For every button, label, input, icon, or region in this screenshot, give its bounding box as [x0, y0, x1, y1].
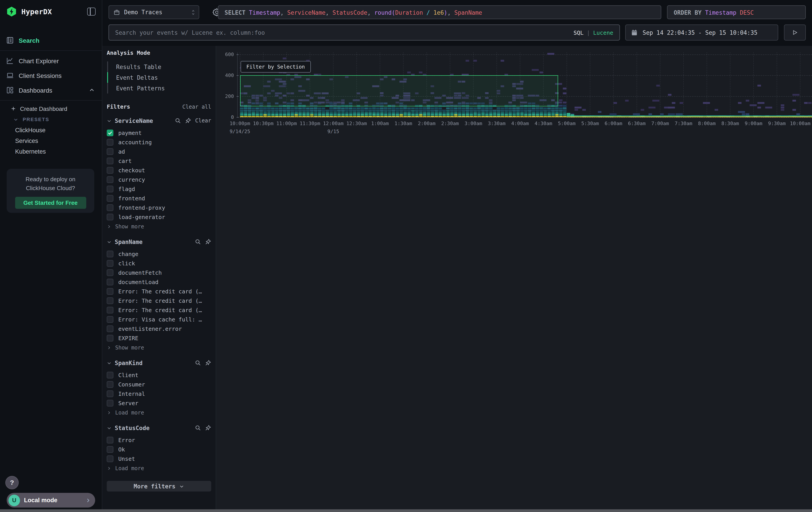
checkbox[interactable]: [107, 288, 113, 295]
search-icon[interactable]: [195, 360, 201, 366]
create-dashboard-button[interactable]: Create Dashboard: [0, 103, 102, 114]
filter-option-cart[interactable]: cart: [107, 156, 211, 166]
filter-option-unset[interactable]: Unset: [107, 454, 211, 463]
clear-all-button[interactable]: Clear all: [182, 104, 211, 110]
search-icon[interactable]: [195, 239, 201, 245]
chart-selection-region[interactable]: [240, 75, 558, 106]
filter-option-documentfetch[interactable]: documentFetch: [107, 268, 211, 277]
checkbox[interactable]: [107, 204, 113, 211]
checkbox[interactable]: [107, 186, 113, 192]
preset-item-kubernetes[interactable]: Kubernetes: [0, 146, 102, 157]
filter-option-change[interactable]: change: [107, 249, 211, 259]
load-more-button[interactable]: Load more: [107, 463, 211, 473]
mode-toggle-lucene[interactable]: Lucene: [593, 29, 613, 36]
filter-option-frontend-proxy[interactable]: frontend-proxy: [107, 203, 211, 212]
chevron-up-icon[interactable]: [88, 87, 96, 93]
filter-option-accounting[interactable]: accounting: [107, 138, 211, 147]
filter-option-load-generator[interactable]: load-generator: [107, 212, 211, 222]
show-more-button[interactable]: Show more: [107, 343, 211, 352]
filter-option-consumer[interactable]: Consumer: [107, 380, 211, 389]
analysis-mode-event-deltas[interactable]: Event Deltas: [107, 72, 211, 83]
checkbox[interactable]: [107, 158, 113, 164]
checkbox[interactable]: [107, 390, 113, 397]
filter-option-currency[interactable]: currency: [107, 175, 211, 184]
filter-option-internal[interactable]: Internal: [107, 389, 211, 399]
filter-by-selection-button[interactable]: Filter by Selection: [240, 61, 311, 73]
mode-toggle-sql[interactable]: SQL: [574, 29, 583, 36]
checkbox[interactable]: [107, 260, 113, 267]
search-icon[interactable]: [195, 425, 201, 431]
preset-item-clickhouse[interactable]: ClickHouse: [0, 125, 102, 135]
get-started-button[interactable]: Get Started for Free: [15, 197, 86, 209]
checkbox[interactable]: [107, 381, 113, 388]
checkbox[interactable]: [107, 148, 113, 155]
sql-query-editor[interactable]: SELECT Timestamp, ServiceName, StatusCod…: [218, 5, 661, 19]
checkbox[interactable]: [107, 400, 113, 406]
checkbox[interactable]: [107, 437, 113, 443]
checkbox[interactable]: [107, 279, 113, 286]
checkbox[interactable]: [107, 446, 113, 453]
search-input[interactable]: Search your events w/ Lucene ex. column:…: [109, 25, 620, 41]
filter-option-error[interactable]: Error: [107, 435, 211, 445]
filter-option-server[interactable]: Server: [107, 399, 211, 408]
pin-icon[interactable]: [185, 117, 191, 124]
checkbox[interactable]: [107, 195, 113, 202]
filter-option-frontend[interactable]: frontend: [107, 194, 211, 203]
filter-section-header[interactable]: SpanName: [107, 237, 211, 246]
time-range-picker[interactable]: Sep 14 22:04:35 - Sep 15 10:04:35: [625, 25, 778, 41]
checkbox[interactable]: [107, 307, 113, 314]
load-more-button[interactable]: Load more: [107, 408, 211, 417]
filter-option-eventlistener-error[interactable]: eventListener.error: [107, 324, 211, 333]
filter-section-header[interactable]: SpanKind: [107, 358, 211, 367]
pin-icon[interactable]: [205, 360, 211, 366]
filter-option-client[interactable]: Client: [107, 371, 211, 380]
filter-option-ad[interactable]: ad: [107, 147, 211, 156]
checkbox[interactable]: [107, 251, 113, 257]
checkbox[interactable]: [107, 297, 113, 304]
sidebar-item-chart-explorer[interactable]: Chart Explorer: [0, 53, 102, 68]
checkbox[interactable]: [107, 325, 113, 332]
local-mode-button[interactable]: U Local mode: [7, 493, 95, 508]
checkbox[interactable]: [107, 176, 113, 183]
filter-option-error-visa-cache-full[interactable]: Error: Visa cache full: …: [107, 315, 211, 324]
more-filters-button[interactable]: More filters: [107, 481, 211, 491]
filter-option-error-the-credit-card[interactable]: Error: The credit card (…: [107, 305, 211, 315]
sidebar-item-client-sessions[interactable]: Client Sessions: [0, 68, 102, 83]
filter-option-documentload[interactable]: documentLoad: [107, 277, 211, 287]
filter-option-flagd[interactable]: flagd: [107, 184, 211, 194]
checkbox[interactable]: [107, 372, 113, 378]
presets-toggle[interactable]: PRESETS: [0, 114, 102, 125]
checkbox[interactable]: [107, 167, 113, 173]
filter-option-ok[interactable]: Ok: [107, 445, 211, 454]
checkbox[interactable]: [107, 214, 113, 220]
preset-item-services[interactable]: Services: [0, 135, 102, 146]
filter-option-click[interactable]: click: [107, 259, 211, 268]
show-more-button[interactable]: Show more: [107, 222, 211, 231]
collapse-sidebar-icon[interactable]: [87, 7, 96, 16]
pin-icon[interactable]: [205, 425, 211, 431]
filter-section-header[interactable]: ServiceNameClear: [107, 116, 211, 125]
horizontal-scrollbar[interactable]: [0, 509, 812, 512]
checkbox[interactable]: [107, 130, 113, 136]
filter-option-error-the-credit-card[interactable]: Error: The credit card (…: [107, 287, 211, 296]
pin-icon[interactable]: [205, 239, 211, 245]
filter-option-error-the-credit-card[interactable]: Error: The credit card (…: [107, 296, 211, 305]
filter-section-header[interactable]: StatusCode: [107, 423, 211, 432]
checkbox[interactable]: [107, 139, 113, 145]
run-query-button[interactable]: [784, 25, 806, 41]
checkbox[interactable]: [107, 335, 113, 342]
clear-filter-button[interactable]: Clear: [195, 117, 211, 124]
checkbox[interactable]: [107, 455, 113, 462]
checkbox[interactable]: [107, 269, 113, 276]
filter-option-checkout[interactable]: checkout: [107, 166, 211, 175]
analysis-mode-results-table[interactable]: Results Table: [107, 61, 211, 72]
analysis-mode-event-patterns[interactable]: Event Patterns: [107, 83, 211, 93]
filter-option-payment[interactable]: payment: [107, 128, 211, 138]
sidebar-item-dashboards[interactable]: Dashboards: [0, 83, 102, 98]
order-by-editor[interactable]: ORDER BY Timestamp DESC: [667, 5, 806, 19]
search-icon[interactable]: [175, 117, 181, 124]
checkbox[interactable]: [107, 316, 113, 323]
filter-option-expire[interactable]: EXPIRE: [107, 333, 211, 343]
sidebar-item-search[interactable]: Search: [0, 33, 102, 48]
source-select[interactable]: Demo Traces: [109, 5, 199, 19]
